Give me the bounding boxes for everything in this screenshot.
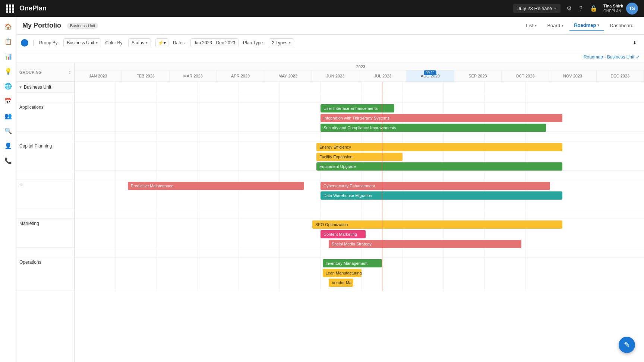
bar-user-interface-enhancements[interactable]: User Interface Enhancements (321, 104, 394, 112)
filter-button[interactable]: ⚡▾ (155, 38, 168, 47)
bar-vendor-ma...[interactable]: Vendor Ma... (329, 279, 353, 287)
bar-facility-expansion[interactable]: Facility Expansion (316, 153, 402, 161)
list-view-button[interactable]: List ▾ (521, 21, 541, 30)
list-chevron-icon: ▾ (535, 23, 537, 28)
dates-value: Jan 2023 - Dec 2023 (194, 40, 235, 45)
bar-integration-with-third-party-s[interactable]: Integration with Third-Party Systems (321, 114, 562, 122)
group-by-label: Group By: (39, 40, 59, 45)
fab-icon: ✎ (624, 340, 630, 349)
timeline-area[interactable]: 2023 JAN 2023FEB 2023MAR 2023APR 2023MAY… (75, 63, 644, 362)
lock-icon[interactable]: 🔒 (588, 3, 599, 13)
sidebar-chart-icon[interactable]: 📊 (1, 50, 15, 63)
capital-planning-text: Capital Planning (19, 143, 52, 149)
plan-type-label: Plan Type: (243, 40, 264, 45)
settings-icon[interactable]: ⚙ (565, 3, 573, 13)
operations-spacer (16, 248, 74, 257)
roadmap-view-button[interactable]: Roadmap ▾ (569, 20, 604, 31)
bar-seo-optimization[interactable]: SEO Optimization (312, 220, 562, 229)
roadmap-title-bar: Roadmap - Business Unit ⤢ (16, 51, 644, 63)
capital-planning-label: Capital Planning (16, 141, 74, 170)
month-col-nov2023: NOV 2023 (549, 70, 596, 82)
toolbar: | Group By: Business Unit ▾ Color By: St… (16, 35, 644, 51)
grid-icon (6, 4, 14, 13)
fab-button[interactable]: ✎ (619, 337, 635, 353)
bar-predictive-maintenance[interactable]: Predictive Maintenance (128, 182, 304, 190)
business-unit-group[interactable]: ▾ Business Unit (16, 82, 74, 93)
breadcrumb: Business Unit (67, 23, 98, 29)
operations-group-label: Operations (16, 248, 74, 291)
release-label: July 23 Release (518, 6, 552, 11)
sidebar-user-icon[interactable]: 👥 (1, 109, 15, 123)
sidebar-globe-icon[interactable]: 🌐 (1, 79, 15, 93)
roadmap-view-label: Roadmap (574, 22, 596, 28)
release-button[interactable]: July 23 Release ▾ (513, 4, 561, 13)
color-by-chevron-icon: ▾ (146, 41, 148, 45)
bar-lean-manufacturing[interactable]: Lean Manufacturing (323, 269, 362, 277)
applications-label: Applications (16, 102, 74, 131)
month-col-jan2023: JAN 2023 (75, 70, 122, 82)
month-col-oct2023: OCT 2023 (502, 70, 549, 82)
it-group-label: IT (16, 170, 74, 209)
sidebar-home-icon[interactable]: 🏠 (1, 20, 15, 33)
roadmap-expand-icon: ⤢ (636, 54, 640, 60)
operations-label: Operations (16, 257, 74, 291)
capital-spacer (16, 131, 74, 141)
grouping-label: GROUPING (19, 70, 42, 74)
export-button[interactable]: ⬇ (630, 39, 640, 47)
timeline-header: 2023 JAN 2023FEB 2023MAR 2023APR 2023MAY… (75, 63, 644, 82)
color-by-button[interactable]: Status ▾ (128, 38, 151, 47)
gantt-row-3 (75, 132, 644, 142)
grouping-header: GROUPING ↕ (16, 63, 74, 82)
sidebar: 🏠 📋 📊 💡 🌐 📅 👥 🔍 👤 📞 (0, 17, 16, 362)
plan-type-button[interactable]: 2 Types ▾ (269, 38, 294, 47)
help-icon[interactable]: ? (578, 4, 584, 13)
view-switcher: List ▾ Board ▾ Roadmap ▾ Dashboard (521, 20, 638, 31)
color-by-value: Status (132, 40, 144, 45)
roadmap-chevron-icon: ▾ (597, 23, 599, 27)
sidebar-list-icon[interactable]: 📋 (1, 35, 15, 48)
marketing-group-label: Marketing (16, 209, 74, 248)
bar-data-warehouse-migration[interactable]: Data Warehouse Migration (321, 191, 562, 200)
gantt-row-10: Inventory ManagementLean ManufacturingVe… (75, 258, 644, 291)
roadmap-title: Roadmap - Business Unit ⤢ (584, 54, 640, 60)
gantt-row-2: User Interface EnhancementsIntegration w… (75, 103, 644, 132)
color-by-label: Color By: (105, 40, 124, 45)
applications-text: Applications (19, 105, 44, 110)
board-view-button[interactable]: Board ▾ (543, 21, 568, 30)
sidebar-person-icon[interactable]: 👤 (1, 139, 15, 152)
bar-security-and-compliance-improv[interactable]: Security and Compliance Improvements (321, 124, 546, 132)
dates-button[interactable]: Jan 2023 - Dec 2023 (190, 38, 239, 47)
bar-equipment-upgrade[interactable]: Equipment Upgrade (316, 162, 562, 171)
business-unit-label: Business Unit (24, 85, 51, 90)
app-name: OnePlan (19, 4, 47, 12)
board-chevron-icon: ▾ (562, 23, 564, 28)
sort-icon[interactable]: ↕ (69, 69, 71, 75)
bar-inventory-management[interactable]: Inventory Management (323, 259, 382, 267)
sidebar-roadmap-icon[interactable]: 📅 (1, 94, 15, 108)
dashboard-view-button[interactable]: Dashboard (605, 21, 638, 30)
year-row: 2023 (75, 63, 644, 70)
it-text: IT (19, 182, 23, 187)
avatar: TS (626, 3, 638, 15)
sidebar-phone-icon[interactable]: 📞 (1, 154, 15, 167)
group-by-button[interactable]: Business Unit ▾ (63, 38, 101, 47)
sidebar-search-icon[interactable]: 🔍 (1, 124, 15, 137)
bar-energy-efficiency[interactable]: Energy Efficiency (316, 143, 562, 151)
bar-cybersecurity-enhancement[interactable]: Cybersecurity Enhancement (321, 182, 550, 190)
content-area: My Portfolio Business Unit List ▾ Board … (16, 17, 644, 362)
board-view-label: Board (547, 23, 560, 28)
sidebar-bulb-icon[interactable]: 💡 (1, 64, 15, 78)
month-col-apr2023: APR 2023 (217, 70, 264, 82)
marketing-text: Marketing (19, 221, 39, 226)
plan-type-value: 2 Types (272, 40, 288, 45)
month-col-feb2023: FEB 2023 (122, 70, 169, 82)
user-name: Tina Shirk (603, 3, 623, 9)
month-col-mar2023: MAR 2023 (170, 70, 217, 82)
month-col-jun2023: JUN 2023 (312, 70, 359, 82)
marketing-label: Marketing (16, 219, 74, 248)
group-by-value: Business Unit (67, 40, 94, 45)
main-layout: 🏠 📋 📊 💡 🌐 📅 👥 🔍 👤 📞 My Portfolio Busines… (0, 17, 644, 362)
user-org: ONEPLAN (603, 9, 623, 13)
bar-content-marketing[interactable]: Content Marketing (321, 230, 366, 238)
bar-social-media-strategy[interactable]: Social Media Strategy (329, 240, 521, 248)
